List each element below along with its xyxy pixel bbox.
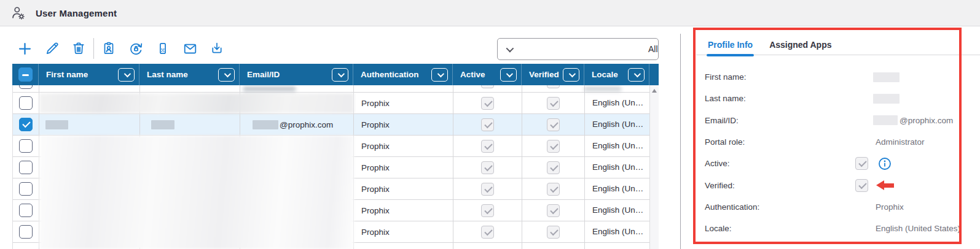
field-label: Email/ID: xyxy=(705,116,739,125)
chevron-down-icon xyxy=(123,70,130,77)
verified-checkbox xyxy=(547,140,560,153)
locale-cell: English (United States) xyxy=(585,178,649,199)
authentication-cell: Prophix xyxy=(354,157,453,178)
active-checkbox xyxy=(481,118,494,131)
column-filter-chevron[interactable] xyxy=(118,68,135,82)
download-icon xyxy=(209,40,225,56)
export-button[interactable] xyxy=(203,36,230,61)
column-header-email[interactable]: Email/ID xyxy=(240,64,353,85)
column-header-last-name[interactable]: Last name xyxy=(139,64,240,85)
tab-assigned-apps[interactable]: Assigned Apps xyxy=(769,35,831,55)
column-header-authentication[interactable]: Authentication xyxy=(353,64,453,85)
row-checkbox[interactable] xyxy=(19,139,33,153)
field-active: Active: xyxy=(705,153,975,174)
table-row-partial xyxy=(13,85,649,93)
profile-fields: First name: Last name: Email/ID: @prophi… xyxy=(705,66,975,239)
verified-checkbox xyxy=(547,183,560,196)
redacted-text-block xyxy=(253,120,278,129)
column-filter-chevron[interactable] xyxy=(628,68,645,82)
redacted-text-block xyxy=(151,120,174,129)
filter-dropdown[interactable]: All xyxy=(497,38,659,60)
field-value: Administrator xyxy=(876,137,925,147)
delete-user-button[interactable] xyxy=(65,36,92,61)
chevron-down-icon xyxy=(506,70,512,77)
authentication-cell: Prophix xyxy=(354,200,453,221)
verified-checkbox xyxy=(855,179,868,192)
row-checkbox[interactable] xyxy=(19,225,33,239)
column-header-first-name[interactable]: First name xyxy=(39,64,139,85)
redacted-value-block xyxy=(873,72,900,82)
user-gear-icon xyxy=(10,5,26,21)
field-label: Authentication: xyxy=(705,202,759,212)
column-label: Active xyxy=(460,70,485,79)
row-checkbox[interactable] xyxy=(19,161,33,174)
plus-icon xyxy=(17,40,33,57)
email-suffix: @prophix.com xyxy=(900,116,953,125)
pencil-icon xyxy=(44,40,60,57)
reset-password-button[interactable] xyxy=(122,36,149,61)
column-filter-chevron[interactable] xyxy=(332,68,348,82)
assign-user-button[interactable] xyxy=(95,36,122,61)
envelope-icon xyxy=(182,40,198,57)
field-label: Last name: xyxy=(705,94,746,103)
select-all-checkbox[interactable] xyxy=(18,67,33,82)
column-filter-chevron[interactable] xyxy=(500,68,517,82)
row-checkbox[interactable] xyxy=(19,204,33,217)
card-options-button[interactable] xyxy=(149,36,176,61)
column-header-active[interactable]: Active xyxy=(453,64,522,85)
tab-profile-info[interactable]: Profile Info xyxy=(708,35,753,55)
info-icon[interactable] xyxy=(878,157,892,170)
authentication-cell: Prophix xyxy=(354,136,453,156)
table-scrollbar[interactable] xyxy=(649,85,659,249)
active-checkbox xyxy=(481,204,494,217)
field-locale: Locale: English (United States) xyxy=(705,218,975,239)
locale-cell: English (United States) xyxy=(585,221,649,242)
row-checkbox[interactable] xyxy=(19,96,33,110)
field-label: Locale: xyxy=(705,224,732,233)
table-body: Prophix English (United States) @prophix… xyxy=(12,85,649,249)
chevron-down-icon xyxy=(437,70,444,77)
edit-user-button[interactable] xyxy=(38,36,65,61)
field-email: Email/ID: @prophix.com xyxy=(705,110,975,131)
verified-checkbox xyxy=(547,161,560,174)
field-label: Active: xyxy=(705,159,730,168)
table-header: First name Last name Email/ID Authentica… xyxy=(12,64,659,85)
column-header-verified[interactable]: Verified xyxy=(522,64,584,85)
field-value: Prophix xyxy=(876,202,904,212)
field-label: First name: xyxy=(705,72,747,82)
add-user-button[interactable] xyxy=(11,36,38,61)
toolbar xyxy=(11,36,230,61)
header-filler xyxy=(649,64,661,85)
active-tab-underline xyxy=(707,54,754,56)
row-checkbox-cell xyxy=(13,114,39,135)
column-label: First name xyxy=(46,70,88,79)
row-checkbox[interactable] xyxy=(19,118,33,131)
row-checkbox[interactable] xyxy=(19,182,33,196)
row-checkbox-cell xyxy=(13,85,39,93)
column-filter-chevron[interactable] xyxy=(563,68,579,82)
table-row-selected[interactable]: @prophix.com Prophix English (United Sta… xyxy=(13,114,649,136)
locale-cell: English (United States) xyxy=(585,136,649,156)
column-filter-chevron[interactable] xyxy=(431,68,448,82)
active-checkbox xyxy=(855,157,868,170)
panel-tabs: Profile Info Assigned Apps xyxy=(696,35,980,55)
column-filter-chevron[interactable] xyxy=(218,68,235,82)
verified-checkbox xyxy=(547,85,560,88)
row-checkbox-cell xyxy=(13,157,39,178)
chevron-down-icon xyxy=(337,70,344,77)
authentication-cell: Prophix xyxy=(354,93,453,113)
filter-dropdown-value: All xyxy=(648,44,658,54)
tab-label: Assigned Apps xyxy=(769,40,831,50)
field-portal-role: Portal role: Administrator xyxy=(705,131,975,153)
column-header-locale[interactable]: Locale xyxy=(584,64,649,85)
scroll-up-arrow-icon[interactable] xyxy=(652,89,657,93)
row-checkbox[interactable] xyxy=(19,85,33,89)
send-email-button[interactable] xyxy=(176,36,203,61)
trash-icon xyxy=(71,40,87,56)
active-checkbox xyxy=(481,97,494,110)
email-suffix: @prophix.com xyxy=(280,120,333,129)
column-label: Authentication xyxy=(361,70,419,79)
field-authentication: Authentication: Prophix xyxy=(705,196,975,218)
last-name-cell xyxy=(140,114,240,135)
verified-checkbox xyxy=(547,97,560,110)
